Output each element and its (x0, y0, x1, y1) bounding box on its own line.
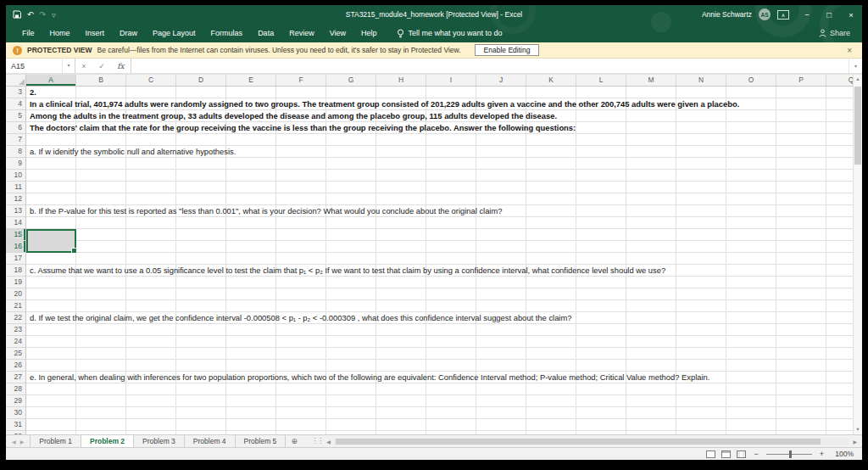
minimize-button[interactable]: − (796, 5, 818, 24)
zoom-out-icon[interactable]: − (752, 450, 760, 458)
dismiss-warning-icon[interactable]: × (843, 46, 855, 55)
row-header-25[interactable]: 25 (6, 348, 25, 360)
scroll-down-icon[interactable]: ▼ (854, 425, 862, 434)
close-button[interactable]: × (840, 5, 862, 24)
cell-A6[interactable]: The doctors' claim that the rate for the… (26, 122, 576, 134)
share-button[interactable]: Share (819, 29, 850, 37)
column-header-J[interactable]: J (476, 75, 526, 86)
row-header-3[interactable]: 3 (6, 87, 25, 98)
sheet-tab-problem-1[interactable]: Problem 1 (30, 435, 81, 447)
row-header-21[interactable]: 21 (6, 300, 25, 312)
zoom-level[interactable]: 100% (832, 450, 854, 458)
account-avatar[interactable]: AS (759, 8, 771, 20)
sheet-tab-problem-5[interactable]: Problem 5 (236, 435, 287, 447)
row-header-15[interactable]: 15 (6, 229, 25, 241)
tab-splitter-handle[interactable]: ⋮⋮ (311, 435, 323, 447)
sheet-tab-problem-3[interactable]: Problem 3 (134, 435, 185, 447)
row-header-28[interactable]: 28 (6, 383, 25, 395)
horizontal-scroll-track[interactable] (334, 438, 849, 445)
row-header-26[interactable]: 26 (6, 360, 25, 372)
maximize-button[interactable]: □ (818, 5, 840, 24)
new-sheet-icon[interactable]: ⊕ (286, 435, 303, 447)
tab-scroll-left-icon[interactable]: ◀ (12, 439, 16, 445)
column-header-A[interactable]: A (26, 75, 76, 86)
row-header-20[interactable]: 20 (6, 288, 25, 300)
column-header-N[interactable]: N (676, 75, 726, 86)
ribbon-tab-page-layout[interactable]: Page Layout (145, 24, 203, 42)
cell-A5[interactable]: Among the adults in the treatment group,… (26, 110, 557, 122)
column-header-F[interactable]: F (276, 75, 326, 86)
row-header-9[interactable]: 9 (6, 158, 25, 170)
row-header-19[interactable]: 19 (6, 277, 25, 288)
cancel-icon[interactable]: × (81, 62, 86, 70)
account-name[interactable]: Annie Schwartz (702, 10, 752, 19)
column-header-L[interactable]: L (576, 75, 626, 86)
cells-area[interactable]: 2.In a clinical trial, 401,974 adults we… (26, 87, 853, 434)
formula-bar-collapse-icon[interactable]: ▾ (849, 59, 862, 73)
sheet-tab-problem-2[interactable]: Problem 2 (81, 435, 134, 447)
ribbon-tab-formulas[interactable]: Formulas (203, 24, 251, 42)
ribbon-tab-review[interactable]: Review (281, 24, 322, 42)
enter-icon[interactable]: ✓ (98, 62, 105, 70)
column-header-I[interactable]: I (426, 75, 476, 86)
row-header-11[interactable]: 11 (6, 182, 25, 193)
row-header-16[interactable]: 16 (6, 241, 25, 253)
ribbon-tab-data[interactable]: Data (250, 24, 281, 42)
cell-A13[interactable]: b. If the P-value for this test is repor… (26, 205, 502, 217)
cell-A3[interactable]: 2. (26, 87, 36, 98)
row-header-5[interactable]: 5 (6, 110, 25, 122)
select-all-corner[interactable] (6, 75, 26, 87)
tab-scroll-right-icon[interactable]: ▶ (20, 439, 25, 445)
column-header-Q[interactable]: Q (826, 75, 853, 86)
row-header-10[interactable]: 10 (6, 170, 25, 182)
row-header-18[interactable]: 18 (6, 265, 25, 277)
zoom-in-icon[interactable]: + (818, 450, 826, 458)
row-header-4[interactable]: 4 (6, 98, 25, 110)
ribbon-tab-draw[interactable]: Draw (112, 24, 145, 42)
selection-box[interactable] (26, 229, 76, 253)
row-header-12[interactable]: 12 (6, 193, 25, 205)
ribbon-tab-home[interactable]: Home (42, 24, 78, 42)
column-header-H[interactable]: H (376, 75, 426, 86)
row-header-32[interactable]: 32 (6, 431, 25, 434)
vertical-scroll-thumb[interactable] (854, 87, 861, 165)
row-header-31[interactable]: 31 (6, 419, 25, 431)
row-header-23[interactable]: 23 (6, 324, 25, 336)
scroll-up-icon[interactable]: ▲ (854, 75, 862, 84)
column-header-D[interactable]: D (176, 75, 226, 86)
enable-editing-button[interactable]: Enable Editing (475, 44, 540, 56)
column-header-E[interactable]: E (226, 75, 276, 86)
ribbon-tab-help[interactable]: Help (353, 24, 385, 42)
insert-function-icon[interactable]: fx (117, 62, 124, 70)
cell-A18[interactable]: c. Assume that we want to use a 0.05 sig… (26, 265, 665, 277)
row-header-30[interactable]: 30 (6, 407, 25, 419)
column-header-P[interactable]: P (776, 75, 826, 86)
column-header-B[interactable]: B (76, 75, 126, 86)
zoom-slider-thumb[interactable] (789, 450, 792, 458)
normal-view-icon[interactable] (706, 450, 715, 458)
row-header-24[interactable]: 24 (6, 336, 25, 348)
ribbon-tab-view[interactable]: View (322, 24, 353, 42)
row-header-13[interactable]: 13 (6, 205, 25, 217)
row-header-22[interactable]: 22 (6, 312, 25, 324)
name-box-dropdown-icon[interactable]: ▾ (62, 59, 75, 73)
vertical-scrollbar[interactable]: ▲ ▼ (853, 75, 862, 434)
horizontal-scroll-thumb[interactable] (336, 439, 821, 445)
column-header-C[interactable]: C (126, 75, 176, 86)
column-header-G[interactable]: G (326, 75, 376, 86)
row-header-8[interactable]: 8 (6, 146, 25, 158)
zoom-slider[interactable] (766, 454, 812, 455)
ribbon-tab-file[interactable]: File (14, 24, 42, 42)
ribbon-display-options-icon[interactable]: ∧ (777, 10, 789, 20)
cell-A22[interactable]: d. If we test the original claim, we get… (26, 312, 571, 324)
column-header-M[interactable]: M (626, 75, 676, 86)
cell-A4[interactable]: In a clinical trial, 401,974 adults were… (26, 98, 739, 110)
tell-me-box[interactable]: Tell me what you want to do (397, 29, 503, 38)
cell-A8[interactable]: a. If w idenitfy the symbolic null and a… (26, 146, 236, 158)
ribbon-tab-insert[interactable]: Insert (78, 24, 113, 42)
save-icon[interactable] (13, 10, 21, 19)
redo-icon[interactable]: ↷ (40, 10, 47, 19)
column-header-O[interactable]: O (726, 75, 776, 86)
scroll-left-icon[interactable]: ◀ (323, 439, 334, 445)
row-header-6[interactable]: 6 (6, 122, 25, 134)
